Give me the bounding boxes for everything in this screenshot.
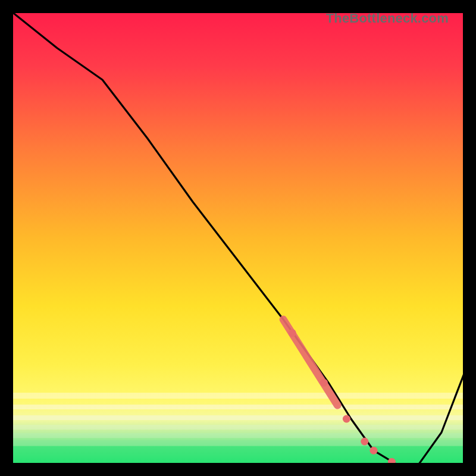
marker-dot [361,438,368,446]
svg-rect-3 [12,415,464,420]
marker-dot [320,379,328,387]
marker-dot [289,329,296,337]
svg-rect-2 [12,405,464,409]
svg-rect-7 [12,446,464,464]
marker-dot [343,415,350,423]
svg-rect-1 [12,393,464,399]
chart-svg [12,12,464,464]
watermark-label: TheBottleneck.com [326,11,449,26]
marker-dot [370,447,378,455]
svg-rect-4 [12,425,464,430]
svg-rect-6 [12,440,464,446]
svg-rect-5 [12,433,464,438]
chart-frame: TheBottleneck.com [12,12,464,464]
